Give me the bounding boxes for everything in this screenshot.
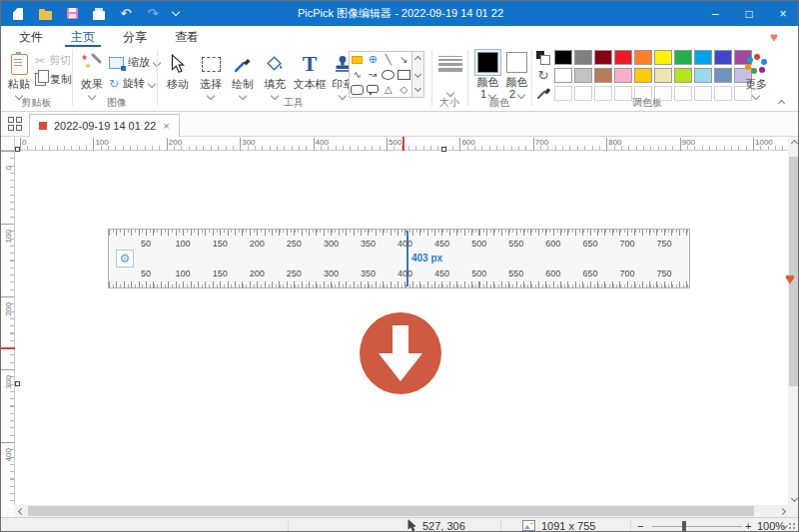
shapes-scroll-up-icon[interactable] (412, 52, 423, 67)
collapse-ribbon-icon[interactable] (776, 99, 786, 107)
palette-swatch[interactable] (714, 68, 732, 83)
shape-callout[interactable] (366, 82, 382, 97)
shapes-scroll-down-icon[interactable] (412, 67, 423, 82)
image-size-icon (522, 520, 535, 531)
shape-curve[interactable]: ∿ (350, 67, 366, 82)
color2-button[interactable]: 颜色 2 (503, 49, 530, 100)
zoom-slider-track[interactable] (652, 526, 742, 527)
palette-swatch[interactable] (654, 50, 672, 65)
ruler-major-tick (167, 138, 168, 151)
print-icon[interactable] (92, 7, 106, 21)
color-dot (747, 57, 753, 63)
maximize-button[interactable]: □ (732, 1, 766, 26)
ruler-tool-label: 700 (615, 239, 639, 249)
resize-button[interactable]: 缩放 (109, 55, 160, 70)
ruler-label: 300 (4, 375, 13, 389)
shape-line[interactable]: ╲ (381, 52, 397, 67)
color-dot (759, 67, 765, 73)
tab-view[interactable]: 查看 (169, 26, 205, 47)
shape-line-arrow[interactable]: ↘ (397, 52, 412, 67)
document-tab[interactable]: 2022-09-19 14 01 22 × (29, 114, 180, 137)
scroll-up-icon[interactable] (788, 137, 799, 150)
scroll-right-icon[interactable] (776, 505, 788, 518)
palette-swatch[interactable] (634, 68, 652, 83)
palette-swatch[interactable] (674, 68, 692, 83)
resize-handle-top-center[interactable] (441, 147, 446, 152)
resize-handle-left-middle[interactable] (15, 381, 20, 386)
scroll-down-icon[interactable] (788, 492, 799, 505)
reset-colors-icon[interactable]: ↻ (538, 69, 549, 82)
tab-close-icon[interactable]: × (163, 120, 169, 132)
palette-swatch[interactable] (594, 50, 612, 65)
ruler-tool-label: 150 (208, 239, 232, 249)
horizontal-scrollbar[interactable] (15, 505, 788, 517)
zoom-level[interactable]: 100% (757, 518, 785, 532)
ruler-tool-label: 300 (319, 239, 343, 249)
palette-swatch[interactable] (554, 68, 572, 83)
resize-handle-top-left[interactable] (15, 147, 20, 152)
palette-swatch[interactable] (694, 50, 712, 65)
color1-button[interactable]: 颜色 1 (474, 49, 501, 100)
palette-swatch[interactable] (634, 50, 652, 65)
copy-button[interactable]: 复制 (35, 72, 72, 87)
shape-ellipse[interactable] (381, 67, 397, 82)
zoom-out-button[interactable]: − (637, 518, 643, 532)
colors-group-label: 颜色 (467, 96, 531, 110)
ruler-tool-label: 150 (208, 268, 232, 278)
new-document-icon[interactable] (11, 7, 25, 21)
shape-crosshair-circle[interactable]: ⊕ (366, 52, 382, 67)
ruler-major-tick (314, 138, 315, 151)
eyedropper-icon[interactable] (537, 86, 550, 99)
palette-swatch[interactable] (674, 50, 692, 65)
tools-group-label: 工具 (162, 96, 425, 110)
shape-highlight-rect[interactable] (350, 52, 366, 67)
open-folder-icon[interactable] (38, 7, 52, 21)
horizontal-scrollbar-thumb[interactable] (28, 506, 754, 516)
quick-access-more-icon[interactable] (172, 8, 180, 16)
redo-icon[interactable]: ↷ (146, 7, 160, 21)
window-list-icon[interactable] (8, 117, 22, 131)
canvas[interactable]: ⚙ 403 px 5050100100150150200200250250300… (15, 151, 788, 505)
palette-swatch[interactable] (714, 50, 732, 65)
palette-swatch[interactable] (574, 68, 592, 83)
zoom-slider-thumb[interactable] (682, 521, 686, 531)
palette-swatch[interactable] (594, 68, 612, 83)
ruler-label: 200 (4, 302, 13, 316)
undo-icon[interactable]: ↶ (119, 7, 133, 21)
shape-diamond[interactable]: ◇ (397, 82, 412, 97)
close-button[interactable]: × (766, 1, 799, 26)
save-icon[interactable] (65, 7, 79, 21)
vertical-scrollbar[interactable] (788, 137, 799, 505)
palette-swatch[interactable] (654, 68, 672, 83)
shape-triangle[interactable]: △ (381, 82, 397, 97)
zoom-in-button[interactable]: + (745, 518, 751, 532)
scroll-left-icon[interactable] (15, 505, 27, 518)
shape-rectangle[interactable] (397, 67, 412, 82)
palette-swatch[interactable] (614, 68, 632, 83)
download-arrow-badge (359, 311, 442, 395)
shapes-expand-icon[interactable] (412, 82, 423, 97)
palette-swatch[interactable] (614, 50, 632, 65)
resize-grip[interactable] (789, 523, 797, 531)
cut-button[interactable]: ✂ 剪切 (35, 53, 71, 68)
image-group-label: 图像 (77, 96, 157, 110)
ruler-label: 300 (242, 138, 255, 147)
palette-swatch[interactable] (574, 50, 592, 65)
minimize-button[interactable]: – (698, 1, 732, 26)
ruler-tool-label: 750 (652, 268, 676, 278)
heart-icon[interactable]: ♥ (770, 29, 778, 45)
tab-file[interactable]: 文件 (13, 26, 49, 47)
tab-share[interactable]: 分享 (117, 26, 153, 47)
shape-rounded-rectangle[interactable] (350, 82, 366, 97)
tab-home[interactable]: 主页 (65, 26, 101, 47)
palette-swatch[interactable] (694, 68, 712, 83)
shape-curve-arrow[interactable]: ↝ (366, 67, 382, 82)
ellipse-icon (382, 70, 395, 80)
more-colors-button[interactable]: 更多 (742, 49, 770, 107)
palette-swatch[interactable] (554, 50, 572, 65)
ruler-tool-label: 250 (282, 268, 306, 278)
callout-icon (367, 85, 379, 93)
rotate-button[interactable]: ↻ 旋转 (109, 76, 155, 91)
ruler-major-tick (1, 151, 14, 152)
swap-colors-icon[interactable] (536, 51, 550, 65)
